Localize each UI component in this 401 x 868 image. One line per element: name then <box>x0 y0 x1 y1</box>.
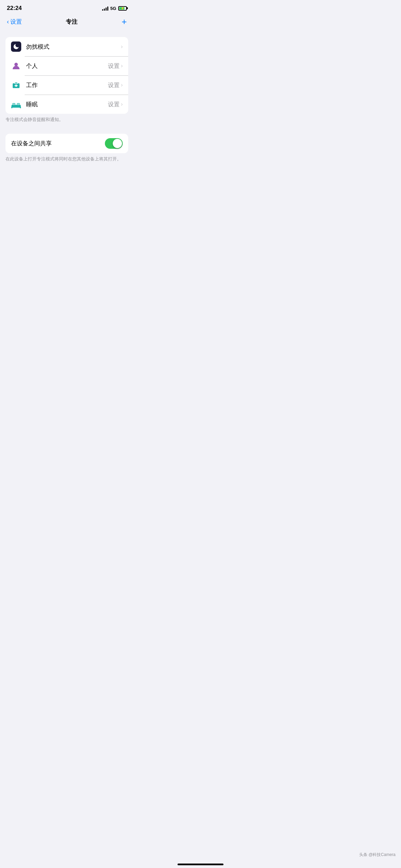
share-toggle-label: 在设备之间共享 <box>11 140 52 147</box>
personal-right: 设置 › <box>108 62 123 70</box>
network-type: 5G <box>110 6 116 11</box>
sleep-item[interactable]: 睡眠 设置 › <box>5 95 128 114</box>
svg-rect-9 <box>11 107 12 108</box>
dnd-item[interactable]: 勿扰模式 › <box>5 37 128 56</box>
add-button[interactable]: + <box>122 17 127 26</box>
status-icons: 5G ⚡ <box>102 6 127 11</box>
svg-rect-4 <box>15 85 17 87</box>
work-item[interactable]: 工作 设置 › <box>5 75 128 95</box>
page-title: 专注 <box>66 18 77 26</box>
personal-label: 个人 <box>26 62 108 70</box>
svg-point-0 <box>14 63 18 66</box>
share-toggle-switch[interactable] <box>105 138 123 149</box>
svg-point-11 <box>12 104 15 105</box>
nav-bar: ‹ 设置 专注 + <box>0 14 134 30</box>
work-icon <box>11 80 21 90</box>
dnd-label: 勿扰模式 <box>26 43 121 51</box>
sleep-right: 设置 › <box>108 100 123 108</box>
personal-icon <box>11 61 21 71</box>
personal-settings: 设置 <box>108 62 120 70</box>
share-section-footer: 在此设备上打开专注模式将同时在您其他设备上将其打开。 <box>0 153 134 166</box>
sleep-label: 睡眠 <box>26 100 108 108</box>
toggle-knob <box>113 139 122 148</box>
work-settings: 设置 <box>108 81 120 89</box>
battery-icon: ⚡ <box>118 6 127 11</box>
signal-bars-icon <box>102 6 108 11</box>
back-label: 设置 <box>10 18 22 26</box>
share-toggle-item[interactable]: 在设备之间共享 <box>5 134 128 153</box>
dnd-chevron: › <box>121 44 123 50</box>
chevron-left-icon: ‹ <box>7 18 9 25</box>
sleep-icon <box>11 99 21 109</box>
focus-modes-section: 勿扰模式 › 个人 设置 › 工作 设置 <box>5 37 128 114</box>
svg-rect-2 <box>15 82 17 84</box>
svg-point-12 <box>17 104 20 105</box>
svg-rect-10 <box>20 107 21 108</box>
svg-rect-6 <box>12 106 21 108</box>
status-bar: 22:24 5G ⚡ <box>0 0 134 14</box>
work-label: 工作 <box>26 81 108 89</box>
personal-item[interactable]: 个人 设置 › <box>5 56 128 75</box>
back-button[interactable]: ‹ 设置 <box>7 18 22 26</box>
sleep-settings: 设置 <box>108 100 120 108</box>
status-time: 22:24 <box>7 5 22 12</box>
share-section: 在设备之间共享 <box>5 134 128 153</box>
focus-modes-footer: 专注模式会静音提醒和通知。 <box>0 114 134 127</box>
dnd-icon <box>11 41 21 52</box>
work-right: 设置 › <box>108 81 123 89</box>
